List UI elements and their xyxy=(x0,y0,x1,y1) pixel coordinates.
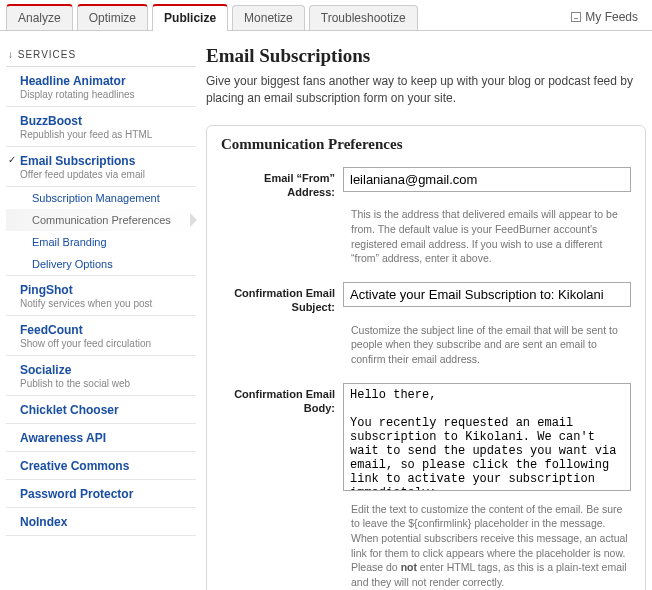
sidebar-item-title: Awareness API xyxy=(20,431,190,445)
body-help: Edit the text to customize the content o… xyxy=(207,498,645,590)
sidebar-item-title: Email Subscriptions xyxy=(20,154,190,168)
my-feeds-link[interactable]: My Feeds xyxy=(563,4,646,30)
sidebar-item-pingshot[interactable]: PingShot Notify services when you post xyxy=(6,275,196,316)
tab-troubleshootize[interactable]: Troubleshootize xyxy=(309,5,418,30)
sidebar-item-title: Chicklet Chooser xyxy=(20,403,190,417)
my-feeds-label: My Feeds xyxy=(585,10,638,24)
from-help: This is the address that delivered email… xyxy=(207,203,645,278)
prefs-panel: Communication Preferences Email “From” A… xyxy=(206,125,646,590)
tab-monetize[interactable]: Monetize xyxy=(232,5,305,30)
sidebar-item-title: Creative Commons xyxy=(20,459,190,473)
sidebar-item-password-protector[interactable]: Password Protector xyxy=(6,480,196,508)
sidebar-item-noindex[interactable]: NoIndex xyxy=(6,508,196,536)
sidebar-sub-subscription-management[interactable]: Subscription Management xyxy=(6,187,196,209)
sidebar-item-headline-animator[interactable]: Headline Animator Display rotating headl… xyxy=(6,67,196,107)
sidebar-item-desc: Notify services when you post xyxy=(20,298,190,309)
panel-title: Communication Preferences xyxy=(207,126,645,163)
from-label: Email “From” Address: xyxy=(221,167,343,200)
sidebar-item-title: BuzzBoost xyxy=(20,114,190,128)
sidebar-item-title: NoIndex xyxy=(20,515,190,529)
sidebar-item-creative-commons[interactable]: Creative Commons xyxy=(6,452,196,480)
subject-help: Customize the subject line of the email … xyxy=(207,319,645,379)
subject-label: Confirmation Email Subject: xyxy=(221,282,343,315)
sidebar-item-title: FeedCount xyxy=(20,323,190,337)
sidebar-item-buzzboost[interactable]: BuzzBoost Republish your feed as HTML xyxy=(6,107,196,147)
sidebar-sub-communication-preferences[interactable]: Communication Preferences xyxy=(6,209,196,231)
home-icon xyxy=(571,12,581,22)
sidebar-item-awareness-api[interactable]: Awareness API xyxy=(6,424,196,452)
page-desc: Give your biggest fans another way to ke… xyxy=(206,73,646,107)
sidebar-sub-delivery-options[interactable]: Delivery Options xyxy=(6,253,196,275)
services-header: ↓ SERVICES xyxy=(6,45,196,67)
sidebar-item-chicklet-chooser[interactable]: Chicklet Chooser xyxy=(6,396,196,424)
tab-bar: Analyze Optimize Publicize Monetize Trou… xyxy=(0,0,652,31)
sidebar-item-desc: Offer feed updates via email xyxy=(20,169,190,180)
sidebar-item-desc: Republish your feed as HTML xyxy=(20,129,190,140)
sidebar-sub-email-branding[interactable]: Email Branding xyxy=(6,231,196,253)
sidebar-item-title: Socialize xyxy=(20,363,190,377)
sidebar-item-desc: Display rotating headlines xyxy=(20,89,190,100)
body-label: Confirmation Email Body: xyxy=(221,383,343,494)
sidebar-item-socialize[interactable]: Socialize Publish to the social web xyxy=(6,356,196,396)
tab-analyze[interactable]: Analyze xyxy=(6,4,73,30)
confirmation-subject-input[interactable] xyxy=(343,282,631,307)
sidebar-item-desc: Show off your feed circulation xyxy=(20,338,190,349)
sidebar: ↓ SERVICES Headline Animator Display rot… xyxy=(6,45,206,590)
sidebar-item-desc: Publish to the social web xyxy=(20,378,190,389)
content: Email Subscriptions Give your biggest fa… xyxy=(206,45,646,590)
tab-publicize[interactable]: Publicize xyxy=(152,4,228,31)
sidebar-item-email-subscriptions[interactable]: Email Subscriptions Offer feed updates v… xyxy=(6,147,196,187)
sidebar-item-title: PingShot xyxy=(20,283,190,297)
from-address-input[interactable] xyxy=(343,167,631,192)
sidebar-item-title: Headline Animator xyxy=(20,74,190,88)
confirmation-body-textarea[interactable] xyxy=(343,383,631,491)
sidebar-item-feedcount[interactable]: FeedCount Show off your feed circulation xyxy=(6,316,196,356)
tab-optimize[interactable]: Optimize xyxy=(77,4,148,30)
body-help-bold: not xyxy=(401,561,417,573)
sidebar-item-title: Password Protector xyxy=(20,487,190,501)
page-title: Email Subscriptions xyxy=(206,45,646,67)
